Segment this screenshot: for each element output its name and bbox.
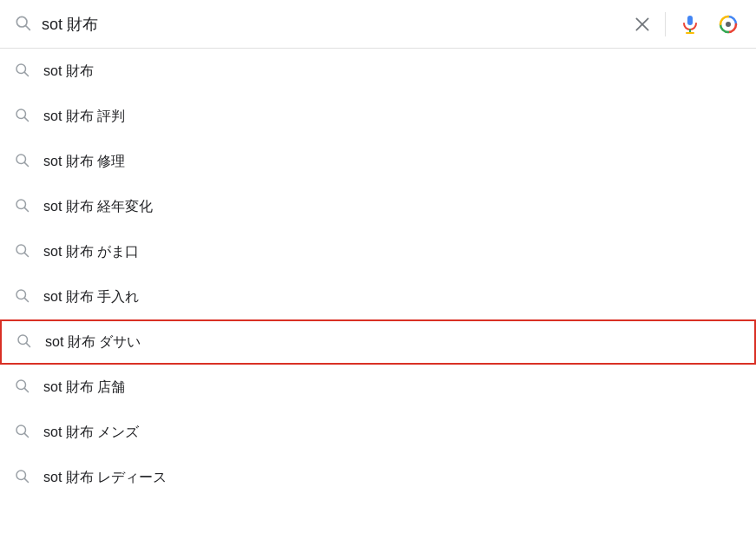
search-icon — [14, 14, 31, 35]
suggestion-item[interactable]: sot 財布 修理 — [0, 139, 756, 184]
suggestion-text: sot 財布 — [43, 63, 94, 81]
suggestion-search-icon — [14, 107, 30, 126]
suggestion-search-icon — [14, 378, 30, 397]
suggestion-text: sot 財布 手入れ — [43, 288, 139, 306]
suggestion-text: sot 財布 がま口 — [43, 243, 139, 261]
suggestions-list: sot 財布 sot 財布 評判 sot 財布 修理 sot 財布 経年変化 s… — [0, 49, 756, 500]
clear-button[interactable] — [630, 12, 654, 36]
suggestion-search-icon — [16, 332, 31, 352]
suggestion-item[interactable]: sot 財布 — [0, 49, 756, 94]
svg-line-1 — [26, 25, 30, 30]
svg-rect-4 — [687, 16, 693, 25]
suggestion-text: sot 財布 修理 — [43, 153, 125, 171]
suggestion-item[interactable]: sot 財布 経年変化 — [0, 184, 756, 229]
google-lens-button[interactable] — [714, 10, 742, 38]
svg-line-14 — [24, 162, 28, 166]
suggestion-text: sot 財布 レディース — [43, 469, 167, 487]
svg-line-16 — [24, 207, 28, 211]
suggestion-item[interactable]: sot 財布 店舗 — [0, 365, 756, 410]
svg-line-10 — [24, 72, 28, 76]
svg-line-22 — [26, 343, 30, 346]
suggestion-item[interactable]: sot 財布 ダサい — [0, 319, 756, 365]
suggestion-item[interactable]: sot 財布 評判 — [0, 94, 756, 139]
suggestion-item[interactable]: sot 財布 手入れ — [0, 274, 756, 319]
suggestion-search-icon — [14, 468, 30, 487]
suggestion-text: sot 財布 ダサい — [45, 333, 141, 352]
suggestion-search-icon — [14, 287, 30, 306]
suggestion-text: sot 財布 メンズ — [43, 424, 139, 442]
suggestion-text: sot 財布 評判 — [43, 108, 125, 126]
suggestion-search-icon — [14, 197, 30, 216]
suggestion-search-icon — [14, 62, 30, 81]
search-input[interactable] — [42, 15, 620, 33]
suggestion-item[interactable]: sot 財布 がま口 — [0, 229, 756, 274]
svg-line-24 — [24, 388, 28, 392]
suggestion-search-icon — [14, 242, 30, 261]
suggestion-item[interactable]: sot 財布 レディース — [0, 455, 756, 500]
svg-line-26 — [24, 433, 28, 437]
suggestion-search-icon — [14, 152, 30, 171]
suggestion-text: sot 財布 店舗 — [43, 379, 125, 397]
svg-point-8 — [726, 22, 731, 27]
voice-search-button[interactable] — [676, 10, 704, 38]
suggestion-text: sot 財布 経年変化 — [43, 198, 153, 216]
svg-line-28 — [24, 478, 28, 482]
suggestion-search-icon — [14, 423, 30, 442]
svg-line-12 — [24, 117, 28, 121]
svg-line-20 — [24, 298, 28, 301]
svg-line-18 — [24, 253, 28, 256]
divider — [665, 12, 666, 36]
search-bar — [0, 0, 756, 49]
suggestion-item[interactable]: sot 財布 メンズ — [0, 410, 756, 455]
